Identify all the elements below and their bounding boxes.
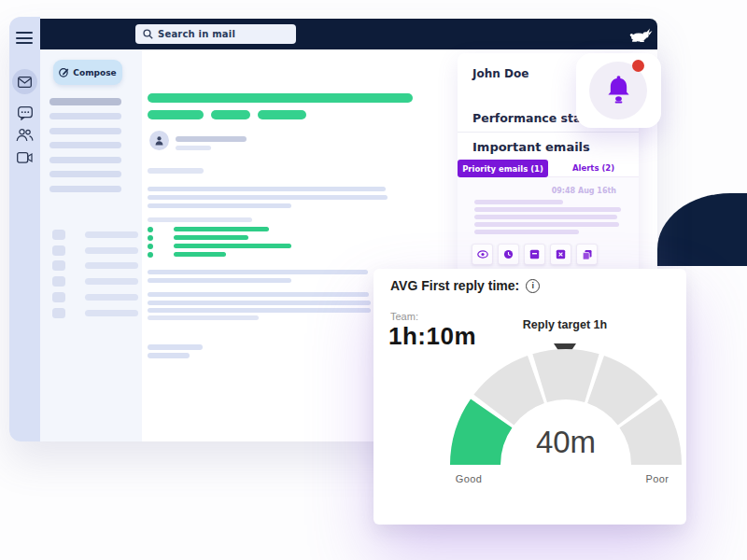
copy-glyph [582, 249, 593, 260]
skeleton-label [85, 231, 138, 238]
skeleton-folder [49, 171, 121, 177]
skeleton-bullet [174, 227, 269, 231]
skeleton-folder [49, 98, 121, 105]
archive-icon[interactable] [524, 244, 545, 265]
skeleton-line [148, 308, 371, 313]
skeleton-label-icon [52, 230, 65, 240]
skeleton-line [148, 195, 388, 200]
tab-priority-emails[interactable]: Priority emails (1) [458, 160, 548, 177]
x-square-glyph [556, 249, 566, 259]
sidebar-item-team[interactable] [12, 122, 37, 147]
team-icon [16, 128, 34, 142]
rabbit-icon[interactable] [628, 26, 653, 43]
skeleton-bullet [174, 244, 291, 248]
reply-target-label: Reply target 1h [472, 318, 658, 331]
skeleton-label [85, 278, 138, 285]
divider [458, 132, 639, 133]
archive-glyph [529, 249, 540, 259]
skeleton-label [85, 262, 138, 269]
eye-glyph [477, 250, 488, 259]
skeleton-label [85, 247, 138, 254]
gauge-segment [532, 349, 599, 402]
top-navbar: Search in mail [40, 19, 657, 49]
eye-icon[interactable] [472, 244, 493, 265]
skeleton-line [148, 301, 371, 305]
email-timestamp: 09:48 Aug 16th [552, 187, 616, 195]
info-icon[interactable]: i [526, 279, 540, 293]
team-label: Team: [390, 311, 418, 322]
skeleton-subject [148, 93, 413, 103]
avatar [149, 131, 169, 150]
mail-icon [18, 77, 32, 88]
reply-card-title: AVG First reply time: i [390, 278, 540, 293]
skeleton-line [474, 230, 579, 234]
menu-icon[interactable] [16, 32, 33, 44]
copy-icon[interactable] [576, 244, 598, 265]
chat-icon [18, 106, 33, 120]
skeleton-folder [49, 186, 121, 192]
skeleton-label-icon [52, 308, 65, 318]
compose-icon [59, 67, 69, 77]
app-sidebar [9, 17, 40, 441]
skeleton-folder [49, 128, 121, 134]
skeleton-folder [49, 113, 121, 119]
skeleton-line [474, 207, 621, 212]
search-input[interactable]: Search in mail [135, 24, 296, 44]
gauge-value: 40m [536, 425, 596, 460]
skeleton-tag [211, 110, 250, 119]
clock-glyph [503, 249, 514, 259]
skeleton-label [85, 294, 138, 301]
gauge-label-good: Good [441, 473, 497, 484]
skeleton-label [85, 310, 138, 316]
tab-alerts[interactable]: Alerts (2) [548, 160, 639, 177]
sidebar-item-video[interactable] [12, 145, 37, 170]
screenshot-stage: Search in mail [0, 0, 747, 560]
rabbit-glyph [628, 26, 653, 43]
panel-subsection-title: Important emails [472, 140, 590, 154]
skeleton-line [474, 222, 619, 227]
notification-dot [632, 60, 644, 72]
skeleton-meta [176, 146, 211, 150]
priority-emails-content: 09:48 Aug 16th [458, 177, 639, 284]
folder-column: Compose [40, 49, 142, 441]
search-placeholder: Search in mail [158, 29, 235, 39]
menu-bar [16, 42, 33, 44]
menu-bar [16, 37, 33, 39]
sidebar-item-mail[interactable] [12, 69, 37, 94]
snooze-icon[interactable] [498, 244, 519, 265]
compose-button[interactable]: Compose [53, 60, 122, 85]
email-tabs: Priority emails (1) Alerts (2) [458, 160, 639, 177]
reply-card-title-text: AVG First reply time: [390, 278, 519, 293]
bullet-dot [148, 244, 153, 249]
skeleton-line [148, 344, 203, 350]
skeleton-label-icon [52, 292, 65, 302]
skeleton-bullet [174, 235, 248, 240]
skeleton-tag [148, 110, 204, 119]
skeleton-label-icon [52, 260, 65, 271]
bell-icon [604, 74, 633, 105]
skeleton-line [474, 200, 563, 204]
bullet-dot [148, 227, 153, 232]
skeleton-folder [49, 157, 121, 163]
gauge-label-poor: Poor [629, 473, 685, 484]
skeleton-line [148, 203, 291, 208]
bullet-dot [148, 235, 153, 241]
menu-bar [16, 32, 33, 34]
skeleton-line [148, 187, 386, 191]
notification-card[interactable] [576, 53, 661, 128]
skeleton-line [148, 353, 190, 358]
compose-label: Compose [73, 68, 116, 77]
video-icon [17, 152, 33, 163]
delete-icon[interactable] [550, 244, 571, 265]
skeleton-line [148, 217, 252, 222]
skeleton-label-icon [52, 276, 65, 287]
skeleton-folder [49, 142, 121, 148]
skeleton-line [474, 215, 617, 219]
skeleton-line [148, 278, 291, 283]
skeleton-line [148, 315, 259, 320]
skeleton-line [148, 270, 368, 274]
skeleton-line [148, 168, 204, 174]
skeleton-tag [258, 110, 306, 119]
skeleton-line [148, 292, 369, 297]
person-icon [154, 135, 164, 146]
